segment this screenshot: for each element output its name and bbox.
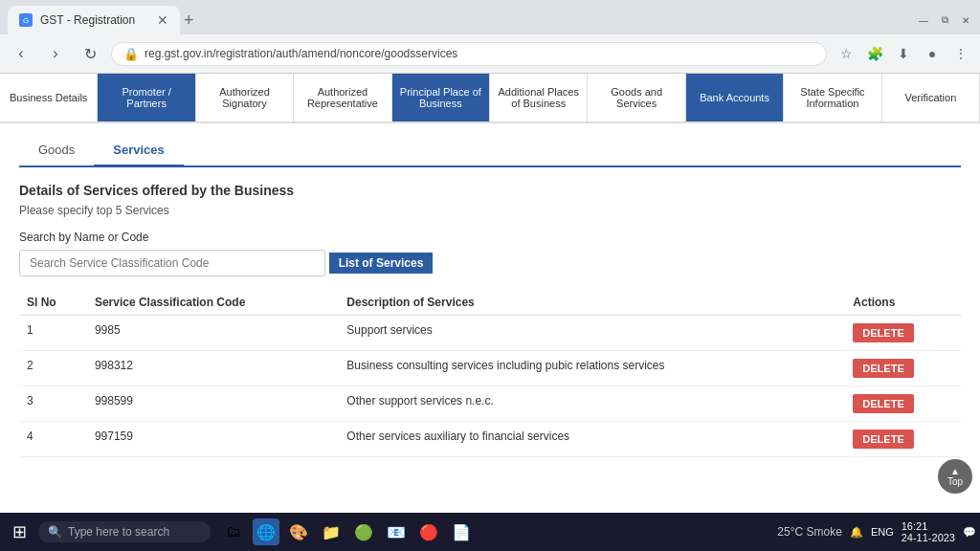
tab-principal-place[interactable]: Principal Place of Business <box>392 74 490 121</box>
delete-button[interactable]: DELETE <box>853 323 913 342</box>
cell-sl: 2 <box>19 351 87 386</box>
tab-bar: G GST - Registration ✕ + — ⧉ ✕ <box>0 0 980 34</box>
window-controls: — ⧉ ✕ <box>917 13 972 27</box>
browser-tab[interactable]: G GST - Registration ✕ <box>8 6 180 34</box>
cell-code: 997159 <box>87 422 339 457</box>
tab-verification[interactable]: Verification <box>882 74 980 121</box>
col-code: Service Classification Code <box>87 290 339 316</box>
scroll-top-button[interactable]: ▲ Top <box>938 459 972 494</box>
page-content: Business Details Promoter / Partners Aut… <box>0 74 980 514</box>
reload-button[interactable]: ↻ <box>77 40 103 67</box>
table-row: 2 998312 Business consulting services in… <box>19 351 961 386</box>
close-button[interactable]: ✕ <box>959 13 972 27</box>
restore-button[interactable]: ⧉ <box>938 13 951 27</box>
forward-button[interactable]: › <box>42 40 69 67</box>
cell-action: DELETE <box>845 316 961 351</box>
main-content: Goods Services Details of Services offer… <box>0 123 980 469</box>
url-text: reg.gst.gov.in/registration/auth/amend/n… <box>145 47 457 60</box>
cell-description: Other services auxiliary to financial se… <box>339 422 845 457</box>
table-row: 3 998599 Other support services n.e.c. D… <box>19 386 961 422</box>
col-sl: Sl No <box>19 290 87 316</box>
tab-authorized-signatory[interactable]: Authorized Signatory <box>196 74 294 121</box>
sub-tabs: Goods Services <box>19 135 961 167</box>
cell-sl: 3 <box>19 386 87 422</box>
tab-additional-places[interactable]: Additional Places of Business <box>490 74 588 121</box>
delete-button[interactable]: DELETE <box>853 359 913 378</box>
url-bar[interactable]: 🔒 reg.gst.gov.in/registration/auth/amend… <box>111 42 827 66</box>
cell-description: Business consulting services including p… <box>339 351 845 386</box>
extensions-icon[interactable]: 🧩 <box>863 42 886 65</box>
menu-icon[interactable]: ⋮ <box>949 42 972 65</box>
cell-code: 998312 <box>87 351 339 386</box>
minimize-button[interactable]: — <box>917 13 930 27</box>
tab-business-details[interactable]: Business Details <box>0 74 98 121</box>
download-icon[interactable]: ⬇ <box>892 42 915 65</box>
tab-goods-services[interactable]: Goods and Services <box>588 74 685 121</box>
search-label: Search by Name or Code <box>19 231 961 244</box>
table-row: 4 997159 Other services auxiliary to fin… <box>19 422 961 457</box>
cell-description: Other support services n.e.c. <box>339 386 845 422</box>
cell-code: 9985 <box>87 316 339 351</box>
cell-description: Support services <box>339 316 845 351</box>
tab-favicon: G <box>19 13 33 27</box>
tab-promoter-partners[interactable]: Promoter / Partners <box>98 74 195 121</box>
lock-icon: 🔒 <box>123 47 139 61</box>
tab-close-button[interactable]: ✕ <box>157 12 168 28</box>
cell-action: DELETE <box>845 351 961 386</box>
address-bar: ‹ › ↻ 🔒 reg.gst.gov.in/registration/auth… <box>0 34 980 73</box>
address-actions: ☆ 🧩 ⬇ ● ⋮ <box>835 42 972 65</box>
cell-sl: 4 <box>19 422 87 457</box>
delete-button[interactable]: DELETE <box>853 394 913 413</box>
cell-sl: 1 <box>19 316 87 351</box>
back-button[interactable]: ‹ <box>8 40 34 67</box>
tab-authorized-representative[interactable]: Authorized Representative <box>294 74 391 121</box>
col-actions: Actions <box>845 290 961 316</box>
tab-goods[interactable]: Goods <box>19 135 94 167</box>
tab-state-specific[interactable]: State Specific Information <box>784 74 881 121</box>
cell-action: DELETE <box>845 386 961 422</box>
new-tab-button[interactable]: + <box>184 11 194 31</box>
delete-button[interactable]: DELETE <box>853 430 913 449</box>
cell-code: 998599 <box>87 386 339 422</box>
col-description: Description of Services <box>339 290 845 316</box>
taskbar: ⊞ 🔍 Type here to search 🗂 🌐 🎨 📁 🟢 📧 🔴 📄 … <box>0 513 980 514</box>
browser-chrome: G GST - Registration ✕ + — ⧉ ✕ ‹ › ↻ 🔒 r… <box>0 0 980 74</box>
services-table: Sl No Service Classification Code Descri… <box>19 290 961 457</box>
profile-icon[interactable]: ● <box>921 42 944 65</box>
table-row: 1 9985 Support services DELETE <box>19 316 961 351</box>
tab-services[interactable]: Services <box>94 135 184 167</box>
navigation-tabs: Business Details Promoter / Partners Aut… <box>0 74 980 123</box>
bookmark-icon[interactable]: ☆ <box>835 42 858 65</box>
list-heading: List of Services <box>329 253 434 274</box>
tab-bank-accounts[interactable]: Bank Accounts <box>686 74 784 121</box>
scroll-top-label: Top <box>947 476 963 487</box>
tab-title: GST - Registration <box>40 13 149 27</box>
cell-action: DELETE <box>845 422 961 457</box>
section-title: Details of Services offered by the Busin… <box>19 183 961 198</box>
sub-note: Please specify top 5 Services <box>19 204 961 217</box>
search-input[interactable] <box>19 250 325 276</box>
